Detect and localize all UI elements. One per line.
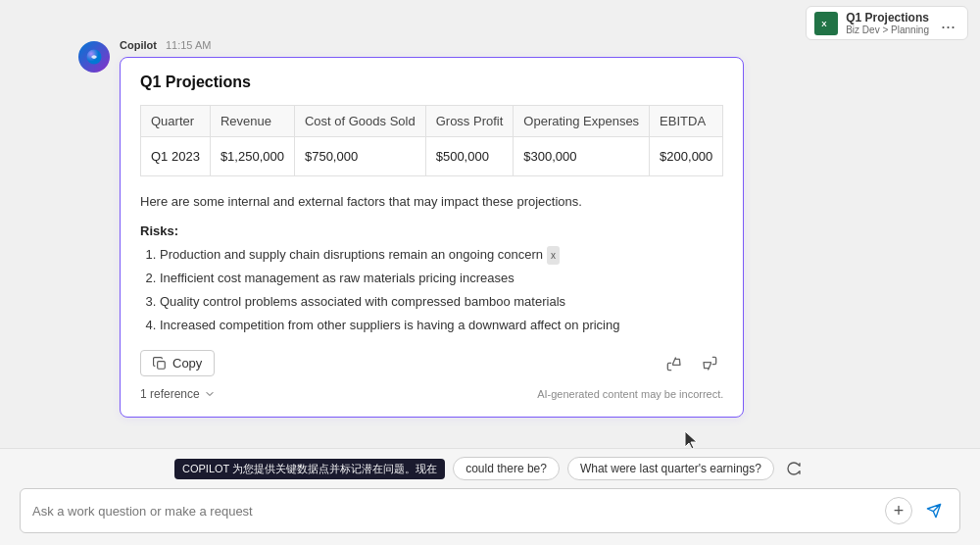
risks-label: Risks: (140, 223, 723, 238)
risk-item: Inefficient cost management as raw mater… (160, 268, 723, 289)
risk-badge: x (547, 246, 560, 265)
table-row: Q1 2023$1,250,000$750,000$500,000$300,00… (141, 137, 723, 176)
reference-link[interactable]: 1 reference (140, 387, 216, 401)
thumbs-up-button[interactable] (661, 350, 688, 377)
reference-text: 1 reference (140, 387, 200, 401)
svg-text:X: X (822, 20, 828, 28)
input-row: + (20, 488, 960, 533)
message-time: 11:15 AM (166, 39, 211, 51)
copy-button[interactable]: Copy (140, 350, 215, 376)
copy-label: Copy (172, 356, 202, 371)
table-header-row: Quarter Revenue Cost of Goods Sold Gross… (141, 106, 723, 137)
col-gross-profit: Gross Profit (425, 106, 514, 137)
feedback-icons (661, 350, 723, 377)
col-ebitda: EBITDA (650, 106, 723, 137)
suggestion-chip-1[interactable]: could there be? (453, 457, 560, 480)
table-cell: $1,250,000 (210, 137, 294, 176)
copilot-message: Copilot 11:15 AM Q1 Projections Quarter … (78, 39, 902, 418)
risk-item: Quality control problems associated with… (160, 291, 723, 313)
suggestion-bar: COPILOT 为您提供关键数据点并标记潜在问题。现在 could there … (20, 457, 960, 480)
thumbs-down-button[interactable] (696, 350, 723, 377)
table-cell: Q1 2023 (141, 137, 211, 176)
add-attachment-button[interactable]: + (885, 497, 912, 524)
chat-input[interactable] (32, 504, 877, 519)
bottom-area: COPILOT 为您提供关键数据点并标记潜在问题。现在 could there … (0, 448, 980, 545)
message-content: Copilot 11:15 AM Q1 Projections Quarter … (120, 39, 744, 418)
card-footer: Copy (140, 350, 723, 377)
risk-item: Increased competition from other supplie… (160, 315, 723, 336)
card-title: Q1 Projections (140, 74, 723, 91)
chevron-down-icon (204, 388, 216, 400)
message-header: Copilot 11:15 AM (120, 39, 744, 51)
col-cogs: Cost of Goods Sold (294, 106, 425, 137)
file-title: Q1 Projections (846, 11, 929, 25)
col-revenue: Revenue (210, 106, 294, 137)
risks-list: Production and supply chain disruptions … (140, 244, 723, 336)
svg-rect-3 (158, 362, 166, 370)
projections-table: Quarter Revenue Cost of Goods Sold Gross… (140, 105, 723, 176)
risk-item: Production and supply chain disruptions … (160, 244, 723, 266)
col-quarter: Quarter (141, 106, 211, 137)
reference-row: 1 reference AI-generated content may be … (140, 387, 723, 401)
send-button[interactable] (920, 497, 948, 524)
ai-note: AI-generated content may be incorrect. (537, 388, 723, 400)
copilot-badge: COPILOT 为您提供关键数据点并标记潜在问题。现在 (174, 459, 445, 479)
table-cell: $750,000 (294, 137, 425, 176)
col-operating-expenses: Operating Expenses (514, 106, 650, 137)
suggestion-chip-2[interactable]: What were last quarter's earnings? (567, 457, 774, 480)
copy-icon (153, 357, 167, 371)
table-cell: $300,000 (514, 137, 650, 176)
body-text: Here are some internal and external fact… (140, 192, 723, 212)
refresh-button[interactable] (782, 457, 806, 480)
table-cell: $200,000 (650, 137, 723, 176)
response-card: Q1 Projections Quarter Revenue Cost of G… (120, 57, 744, 418)
table-cell: $500,000 (425, 137, 514, 176)
sender-name: Copilot (120, 39, 157, 51)
chat-area: Copilot 11:15 AM Q1 Projections Quarter … (0, 29, 980, 457)
copilot-avatar (78, 41, 110, 73)
